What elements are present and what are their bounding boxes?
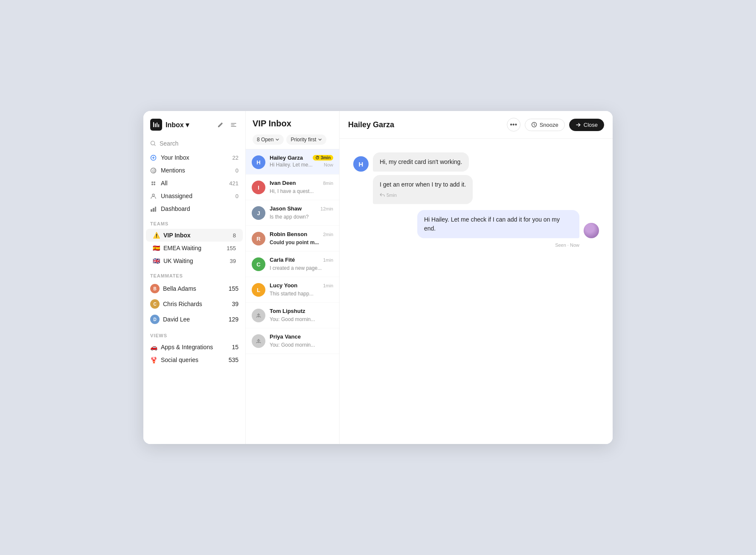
sent-meta-row: Seen · Now <box>353 242 599 248</box>
close-label: Close <box>584 122 598 128</box>
bella-adams-badge: 155 <box>229 285 238 292</box>
team-emea-waiting[interactable]: 🇪🇸 EMEA Waiting 155 <box>146 242 243 254</box>
conv-jason-shaw[interactable]: J Jason Shaw 12min Is the app down? <box>246 200 339 226</box>
nav-unassigned-badge: 0 <box>236 193 238 199</box>
nav-all[interactable]: All 421 <box>143 177 245 190</box>
conv-robin-benson[interactable]: R Robin Benson 2min Could you point m... <box>246 226 339 251</box>
lucy-yoon-avatar: L <box>252 283 265 297</box>
reply-icon <box>380 193 385 198</box>
priority-filter[interactable]: Priority first <box>286 134 326 145</box>
svg-rect-14 <box>153 208 154 212</box>
conv-tom-lipshutz[interactable]: Tom Lipshutz You: Good mornin... <box>246 303 339 328</box>
hailey-chat-avatar: H <box>353 156 369 172</box>
middle-header: VIP Inbox 8 Open Priority first <box>246 111 339 149</box>
search-item[interactable]: Search <box>143 137 245 149</box>
carla-fite-time: 1min <box>323 257 333 263</box>
svg-rect-3 <box>158 124 159 127</box>
collapse-button[interactable] <box>229 121 238 129</box>
more-options-button[interactable]: ••• <box>507 118 520 131</box>
david-lee-avatar: D <box>150 315 160 324</box>
nav-dashboard[interactable]: Dashboard <box>143 202 245 215</box>
tom-lipshutz-avatar <box>252 309 265 322</box>
priya-vance-avatar <box>252 334 265 348</box>
svg-point-10 <box>151 184 153 185</box>
view-social-queries[interactable]: 🦞 Social queries 535 <box>143 353 245 366</box>
nav-your-inbox-label: Your Inbox <box>161 154 189 161</box>
app-title: Inbox ▾ <box>166 121 189 129</box>
conv-lucy-yoon[interactable]: L Lucy Yoon 1min This started happ... <box>246 277 339 303</box>
main-header-actions: ••• Snooze Close <box>507 118 604 131</box>
message-group-sent: Hi Hailey. Let me check if I can add it … <box>353 210 599 248</box>
hailey-garza-name: Hailey Garza <box>270 155 303 161</box>
nav-mentions[interactable]: @ Mentions 0 <box>143 164 245 177</box>
main-panel: Hailey Garza ••• Snooze Close <box>340 111 613 444</box>
message-group-received: H Hi, my credit card isn't working. I ge… <box>353 152 599 204</box>
nav-dashboard-label: Dashboard <box>161 205 190 212</box>
chris-richards-label: Chris Richards <box>163 301 202 307</box>
jason-shaw-name: Jason Shaw <box>270 205 302 212</box>
team-emea-label: EMEA Waiting <box>163 245 201 251</box>
emea-flag-emoji: 🇪🇸 <box>153 245 160 251</box>
msg-2-meta-time: 5min <box>387 192 397 199</box>
teammate-chris-richards[interactable]: C Chris Richards 39 <box>143 296 245 312</box>
ivan-deen-time: 8min <box>323 181 333 186</box>
carla-fite-avatar: C <box>252 257 265 271</box>
msg-row-2: I get an error when I try to add it. 5mi… <box>353 175 599 204</box>
svg-point-12 <box>152 194 154 196</box>
teammate-david-lee[interactable]: D David Lee 129 <box>143 312 245 327</box>
lucy-yoon-name: Lucy Yoon <box>270 282 297 289</box>
chris-richards-badge: 39 <box>232 301 238 307</box>
compose-button[interactable] <box>215 121 225 129</box>
nav-your-inbox-badge: 22 <box>233 155 238 161</box>
conv-priya-vance[interactable]: Priya Vance You: Good mornin... <box>246 328 339 354</box>
team-vip-inbox[interactable]: ⚠️ VIP Inbox 8 <box>146 229 243 242</box>
nav-your-inbox[interactable]: Your Inbox 22 <box>143 151 245 164</box>
nav-all-label: All <box>161 180 168 187</box>
svg-rect-15 <box>155 207 156 212</box>
svg-point-11 <box>154 184 155 185</box>
open-count-filter[interactable]: 8 Open <box>253 134 284 145</box>
chat-area: H Hi, my credit card isn't working. I ge… <box>340 139 613 444</box>
snooze-button[interactable]: Snooze <box>525 119 565 131</box>
sidebar-logo[interactable]: Inbox ▾ <box>150 119 189 131</box>
team-vip-inbox-badge: 8 <box>233 232 236 239</box>
team-uk-badge: 39 <box>230 258 236 264</box>
priority-label: Priority first <box>291 137 316 143</box>
middle-panel: VIP Inbox 8 Open Priority first H Hailey… <box>246 111 340 444</box>
conv-hailey-garza[interactable]: H Hailey Garza ⏱ 3min Hi Hailey. Let me.… <box>246 149 339 175</box>
svg-rect-1 <box>155 123 156 127</box>
teammates-section-label: TEAMMATES <box>143 267 245 281</box>
msg-bubble-sent: Hi Hailey. Let me check if I can add it … <box>417 210 579 238</box>
robin-benson-name: Robin Benson <box>270 231 307 237</box>
team-uk-waiting[interactable]: 🇬🇧 UK Waiting 39 <box>146 254 243 267</box>
team-emea-badge: 155 <box>227 245 236 251</box>
dots-icon: ••• <box>510 121 517 129</box>
svg-text:@: @ <box>152 169 156 173</box>
teammate-bella-adams[interactable]: B Bella Adams 155 <box>143 281 245 296</box>
ivan-deen-name: Ivan Deen <box>270 180 296 186</box>
chris-richards-avatar: C <box>150 299 160 309</box>
view-apps-integrations[interactable]: 🚗 Apps & Integrations 15 <box>143 341 245 353</box>
jason-shaw-avatar: J <box>252 206 265 220</box>
team-vip-inbox-label: VIP Inbox <box>163 232 191 239</box>
main-header: Hailey Garza ••• Snooze Close <box>340 111 613 139</box>
conv-carla-fite[interactable]: C Carla Fité 1min I created a new page..… <box>246 251 339 277</box>
carla-fite-name: Carla Fité <box>270 257 295 263</box>
nav-all-badge: 421 <box>229 180 238 187</box>
conv-ivan-deen[interactable]: I Ivan Deen 8min Hi, I have a quest... <box>246 175 339 200</box>
close-button[interactable]: Close <box>569 119 604 131</box>
hailey-garza-preview: Hi Hailey. Let me... <box>270 162 312 168</box>
nav-unassigned-label: Unassigned <box>161 193 192 199</box>
views-section-label: VIEWS <box>143 327 245 341</box>
lucy-yoon-preview: This started happ... <box>270 291 314 297</box>
nav-mentions-label: Mentions <box>161 167 185 174</box>
msg-bubble-2: I get an error when I try to add it. 5mi… <box>373 175 473 204</box>
hailey-garza-avatar: H <box>252 155 265 169</box>
carla-fite-preview: I created a new page... <box>270 265 322 271</box>
sidebar-header: Inbox ▾ <box>143 119 245 137</box>
hailey-garza-time: Now <box>324 162 333 167</box>
conversation-list: H Hailey Garza ⏱ 3min Hi Hailey. Let me.… <box>246 149 339 444</box>
svg-rect-0 <box>153 122 154 127</box>
nav-unassigned[interactable]: Unassigned 0 <box>143 190 245 202</box>
priya-vance-name: Priya Vance <box>270 333 301 340</box>
